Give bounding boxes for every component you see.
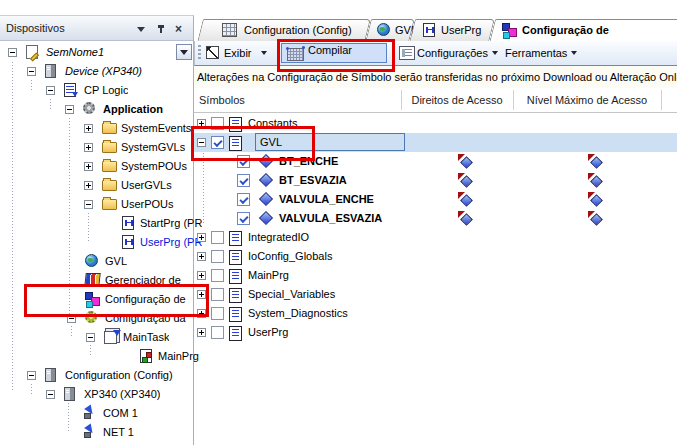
tree-item-xp340[interactable]: XP340 (XP340) <box>0 385 193 403</box>
table-row-integratedio[interactable]: IntegratedIO <box>194 228 677 247</box>
table-row-userprg[interactable]: UserPrg <box>194 323 677 342</box>
checkbox[interactable] <box>211 117 224 130</box>
tree-item-maintask[interactable]: MainTask <box>0 328 193 346</box>
tree-item-project[interactable]: SemNome1 <box>0 43 193 61</box>
table-row-valvula-esvazia[interactable]: VALVULA_ESVAZIA <box>194 209 677 228</box>
expand-icon[interactable] <box>197 328 206 337</box>
tree-item-application[interactable]: Application <box>0 100 193 118</box>
collapse-icon[interactable] <box>86 333 95 342</box>
checkbox[interactable] <box>237 174 250 187</box>
table-row-bt-enche[interactable]: BT_ENCHE <box>194 152 677 171</box>
toolbar-grip[interactable] <box>198 45 201 61</box>
device-combo-button[interactable] <box>176 44 192 60</box>
checkbox[interactable] <box>211 250 224 263</box>
table-row-bt-esvazia[interactable]: BT_ESVAZIA <box>194 171 677 190</box>
expand-icon[interactable] <box>84 181 93 190</box>
tree-item-com1[interactable]: COM 1 <box>0 404 193 422</box>
view-button[interactable]: Exibir <box>224 41 252 65</box>
tree-item-startprg[interactable]: StartPrg (PR <box>0 214 193 232</box>
expand-icon[interactable] <box>84 124 93 133</box>
column-header-symbols[interactable]: Símbolos <box>199 88 245 112</box>
collapse-icon[interactable] <box>84 200 93 209</box>
checkbox[interactable] <box>211 326 224 339</box>
panel-close-button[interactable]: × <box>172 23 186 35</box>
doc-icon <box>229 136 242 151</box>
checkbox[interactable] <box>237 193 250 206</box>
expand-icon[interactable] <box>197 309 206 318</box>
chevron-down-icon[interactable] <box>492 51 498 55</box>
tree-item-label: UserPOUs <box>121 195 174 213</box>
expand-icon[interactable] <box>197 233 206 242</box>
settings-button[interactable]: Configurações <box>417 41 488 65</box>
tree-item-library-manager[interactable]: Gerenciador de <box>0 271 193 289</box>
table-row-system-diagnostics[interactable]: System_Diagnostics <box>194 304 677 323</box>
doc-icon <box>229 117 242 132</box>
tree-item-userprg[interactable]: UserPrg (PR <box>0 233 193 251</box>
table-row-mainprg[interactable]: MainPrg <box>194 266 677 285</box>
expand-icon[interactable] <box>197 271 206 280</box>
checkbox[interactable] <box>211 288 224 301</box>
editor-tab-bar: Configuration (Config) GVL UserPrg Confi… <box>194 17 677 42</box>
pou-icon <box>122 235 134 249</box>
table-row-ioconfig-globals[interactable]: IoConfig_Globals <box>194 247 677 266</box>
chevron-down-icon[interactable] <box>571 51 577 55</box>
chevron-down-icon[interactable] <box>261 51 267 55</box>
tree-item-usergvls[interactable]: UserGVLs <box>0 176 193 194</box>
expand-icon[interactable] <box>197 119 206 128</box>
tree-item-task-configuration[interactable]: Configuração da <box>0 309 193 327</box>
tree-item-cp-logic[interactable]: CP Logic <box>0 81 193 99</box>
tools-button[interactable]: Ferramentas <box>505 41 567 65</box>
collapse-icon[interactable] <box>67 314 76 323</box>
tree-item-label: MainTask <box>123 328 169 346</box>
checkbox[interactable] <box>237 212 250 225</box>
expand-icon[interactable] <box>197 252 206 261</box>
collapse-icon[interactable] <box>65 105 74 114</box>
panel-menu-button[interactable] <box>134 23 148 35</box>
checkbox[interactable] <box>211 269 224 282</box>
collapse-icon[interactable] <box>27 67 36 76</box>
pou-icon <box>423 23 435 37</box>
tree-item-systempous[interactable]: SystemPOUs <box>0 157 193 175</box>
collapse-icon[interactable] <box>46 86 55 95</box>
tree-item-gvl[interactable]: GVL <box>0 252 193 270</box>
table-row-gvl[interactable]: GVL <box>194 133 677 152</box>
collapse-icon[interactable] <box>8 48 17 57</box>
table-row-special-variables[interactable]: Special_Variables <box>194 285 677 304</box>
tree-item-mainprg-call[interactable]: MainPrg <box>0 347 193 365</box>
checkbox[interactable] <box>211 231 224 244</box>
column-header-access-rights[interactable]: Direitos de Acesso <box>401 88 513 112</box>
globe-icon <box>377 23 390 36</box>
tree-item-userpous[interactable]: UserPOUs <box>0 195 193 213</box>
tree-item-device[interactable]: Device (XP340) <box>0 62 193 80</box>
tree-item-symbol-configuration[interactable]: Configuração de <box>0 290 193 308</box>
build-button[interactable]: Compilar <box>281 43 387 63</box>
collapse-icon[interactable] <box>46 390 55 399</box>
table-row-valvula-enche[interactable]: VALVULA_ENCHE <box>194 190 677 209</box>
panel-pin-button[interactable] <box>154 23 168 35</box>
expand-icon[interactable] <box>84 162 93 171</box>
expand-icon[interactable] <box>84 143 93 152</box>
tree-item-net1[interactable]: NET 1 <box>0 423 193 441</box>
tree-item-configuration[interactable]: Configuration (Config) <box>0 366 193 384</box>
checkbox[interactable] <box>237 155 250 168</box>
tab-configuration[interactable]: Configuration (Config) <box>200 19 368 41</box>
devices-panel: Dispositivos × SemNome1 Device (XP340) <box>0 15 194 445</box>
column-header-max-access[interactable]: Nível Máximo de Acesso <box>513 88 661 112</box>
doc-icon <box>229 326 242 341</box>
checkbox[interactable] <box>211 136 224 149</box>
collapse-icon[interactable] <box>197 138 206 147</box>
collapse-icon[interactable] <box>27 371 36 380</box>
folder-icon <box>102 180 117 191</box>
task-config-icon <box>85 311 97 323</box>
table-row-constants[interactable]: Constants <box>194 114 677 133</box>
tab-gvl[interactable]: GVL <box>368 19 412 41</box>
tab-userprg[interactable]: UserPrg <box>412 19 492 41</box>
tree-item-systemevents[interactable]: SystemEvents <box>0 119 193 137</box>
tab-symbol-configuration[interactable]: Configuração de <box>492 19 677 41</box>
tree-item-label: Configuração de <box>105 290 186 308</box>
doc-icon <box>229 269 242 284</box>
tree-item-systemgvls[interactable]: SystemGVLs <box>0 138 193 156</box>
checkbox[interactable] <box>211 307 224 320</box>
pin-icon <box>160 25 162 33</box>
expand-icon[interactable] <box>197 290 206 299</box>
